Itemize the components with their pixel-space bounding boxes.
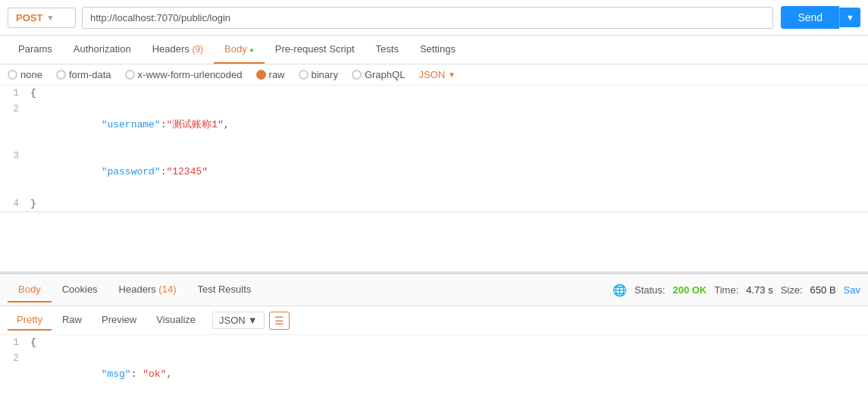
url-input[interactable] <box>82 7 773 29</box>
format-selector[interactable]: JSON ▼ <box>418 69 456 80</box>
request-tabs: Params Authorization Headers (9) Body ● … <box>0 36 868 64</box>
wrap-icon-button[interactable]: ☰ <box>269 312 290 330</box>
resp-format-arrow-icon: ▼ <box>248 315 258 326</box>
opt-none[interactable]: none <box>8 69 42 80</box>
req-line-4: 4 } <box>0 196 868 212</box>
status-ok: 200 OK <box>672 284 707 296</box>
resp-tab-cookies[interactable]: Cookies <box>52 277 108 303</box>
radio-graphql <box>352 70 362 80</box>
tab-authorization[interactable]: Authorization <box>63 36 142 64</box>
editor-padding <box>0 212 868 273</box>
response-tabs: Body Cookies Headers (14) Test Results <box>8 277 262 303</box>
resp-tab-test-results[interactable]: Test Results <box>186 277 262 303</box>
response-size: 650 B <box>810 284 836 296</box>
send-button-group: Send ▼ <box>781 6 860 29</box>
rbt-raw[interactable]: Raw <box>53 310 91 331</box>
tab-prerequest[interactable]: Pre-request Script <box>265 36 365 64</box>
response-status-row: 🌐 Status: 200 OK Time: 4.73 s Size: 650 … <box>613 284 860 297</box>
tab-headers[interactable]: Headers (9) <box>142 36 214 64</box>
method-selector[interactable]: POST ▼ <box>8 8 76 28</box>
request-code-area[interactable]: 1 { 2 "username":"测试账称1", 3 "password":"… <box>0 86 868 212</box>
format-arrow-icon: ▼ <box>448 71 456 79</box>
opt-form-data[interactable]: form-data <box>56 69 111 80</box>
radio-raw <box>256 70 266 80</box>
response-code-area: 1 { 2 "msg": "ok", 3 "role": "admin", 4 … <box>0 335 868 395</box>
wrap-lines-icon: ☰ <box>274 315 284 327</box>
rbt-visualize[interactable]: Visualize <box>147 310 205 331</box>
tab-tests[interactable]: Tests <box>365 36 409 64</box>
send-button[interactable]: Send <box>781 6 839 29</box>
save-link[interactable]: Sav <box>844 284 860 296</box>
req-line-3: 3 "password":"12345" <box>0 149 868 196</box>
request-code-lines: 1 { 2 "username":"测试账称1", 3 "password":"… <box>0 86 868 212</box>
radio-urlencoded <box>125 70 135 80</box>
body-options-row: none form-data x-www-form-urlencoded raw… <box>0 64 868 86</box>
resp-line-1: 1 { <box>0 335 868 351</box>
resp-line-2: 2 "msg": "ok", <box>0 351 868 395</box>
req-line-1: 1 { <box>0 86 868 102</box>
radio-none <box>8 70 17 80</box>
resp-format-label: JSON <box>219 315 246 326</box>
rbt-preview[interactable]: Preview <box>92 310 146 331</box>
radio-form-data <box>56 70 66 80</box>
top-bar: POST ▼ Send ▼ <box>0 0 868 36</box>
radio-binary <box>299 70 309 80</box>
response-header-bar: Body Cookies Headers (14) Test Results 🌐… <box>0 273 868 306</box>
req-line-2: 2 "username":"测试账称1", <box>0 102 868 149</box>
opt-raw[interactable]: raw <box>256 69 285 80</box>
format-label: JSON <box>418 69 445 80</box>
resp-body-tabs-row: Pretty Raw Preview Visualize JSON ▼ ☰ <box>0 306 868 335</box>
opt-urlencoded[interactable]: x-www-form-urlencoded <box>125 69 243 80</box>
opt-binary[interactable]: binary <box>299 69 338 80</box>
method-label: POST <box>16 12 42 24</box>
response-time: 4.73 s <box>746 284 772 296</box>
resp-tab-headers[interactable]: Headers (14) <box>108 277 187 303</box>
globe-icon: 🌐 <box>613 284 627 297</box>
tab-params[interactable]: Params <box>8 36 63 64</box>
opt-graphql[interactable]: GraphQL <box>352 69 405 80</box>
resp-format-selector[interactable]: JSON ▼ <box>212 312 265 329</box>
tab-settings[interactable]: Settings <box>409 36 466 64</box>
resp-tab-body[interactable]: Body <box>8 277 52 303</box>
rbt-pretty[interactable]: Pretty <box>8 310 52 331</box>
response-code-lines: 1 { 2 "msg": "ok", 3 "role": "admin", 4 … <box>0 335 868 395</box>
tab-body[interactable]: Body ● <box>214 36 265 64</box>
method-arrow-icon: ▼ <box>46 14 54 22</box>
send-dropdown-button[interactable]: ▼ <box>839 8 860 27</box>
